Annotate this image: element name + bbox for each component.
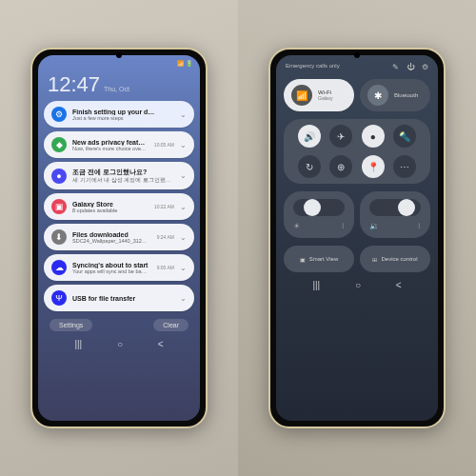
qs-toggle[interactable]: 📍 xyxy=(362,155,385,178)
back-icon: < xyxy=(396,280,402,290)
qs-tile-wi-fi[interactable]: 📶Wi-FiGalaxy xyxy=(284,79,354,111)
notification-card[interactable]: ◆ New ads privacy featur…Now, there's mo… xyxy=(44,131,194,158)
notification-card[interactable]: Ψ USB for file transfer ⌄ xyxy=(44,285,194,311)
qs-wide-smart-view[interactable]: ▣Smart View xyxy=(284,246,354,272)
volume-slider[interactable]: 🔉⁝ xyxy=(360,191,430,238)
edit-icon[interactable]: ✎ xyxy=(392,63,399,71)
notification-list: ⚙ Finish setting up your d…Just a few mo… xyxy=(38,99,200,313)
lock-clock: 12:47 Thu, Oct xyxy=(38,70,200,99)
qs-toggle[interactable]: ⊕ xyxy=(329,155,352,178)
notif-settings-button[interactable]: Settings xyxy=(50,319,92,331)
notification-card[interactable]: ⬇ Files downloadedSDC24_Wallpaper_1440_3… xyxy=(44,224,194,250)
notification-card[interactable]: ▣ Galaxy Store8 updates available 10:22 … xyxy=(44,193,194,220)
chevron-down-icon: ⌄ xyxy=(180,294,187,303)
recents-icon: ||| xyxy=(74,339,82,349)
app-icon: ● xyxy=(51,169,67,184)
chevron-down-icon: ⌄ xyxy=(180,203,187,211)
recents-icon: ||| xyxy=(312,280,320,290)
app-icon: ▣ xyxy=(51,199,67,214)
app-icon: ☁ xyxy=(51,260,67,275)
brightness-slider[interactable]: ☀⁝ xyxy=(284,191,354,238)
nav-bar[interactable]: ||| ○ < xyxy=(276,276,438,293)
qs-toggle[interactable]: ⋯ xyxy=(393,155,416,178)
app-icon: ⚙ xyxy=(51,107,67,122)
qs-toggle[interactable]: ↻ xyxy=(298,155,321,178)
chevron-down-icon: ⌄ xyxy=(180,264,187,272)
chevron-down-icon: ⌄ xyxy=(180,233,187,242)
qs-header: Emergency calls only ✎ ⏻ ⚙ xyxy=(276,55,438,75)
back-icon: < xyxy=(158,339,164,349)
qs-tile-bluetooth[interactable]: ✱Bluetooth xyxy=(360,79,430,111)
chevron-down-icon: ⌄ xyxy=(180,110,187,119)
app-icon: Ψ xyxy=(51,290,67,306)
app-icon: ◆ xyxy=(51,137,67,152)
power-icon[interactable]: ⏻ xyxy=(407,63,414,71)
qs-toggle[interactable]: ✈ xyxy=(329,125,352,148)
brightness-icon: ☀ xyxy=(293,222,300,230)
front-camera xyxy=(354,52,360,58)
volume-icon: 🔉 xyxy=(369,222,379,230)
phone-right: Emergency calls only ✎ ⏻ ⚙ 📶Wi-FiGalaxy✱… xyxy=(268,48,446,428)
qs-toggle[interactable]: ● xyxy=(362,125,385,148)
front-camera xyxy=(116,52,122,58)
quick-settings-grid: 🔊✈●🔦↻⊕📍⋯ xyxy=(284,119,430,184)
phone-left: 📶 🔋 12:47 Thu, Oct ⚙ Finish setting up y… xyxy=(30,48,208,428)
clear-button[interactable]: Clear xyxy=(153,319,188,331)
notification-card[interactable]: ☁ Syncing's about to startYour apps will… xyxy=(44,254,194,281)
home-icon: ○ xyxy=(117,339,123,349)
nav-bar[interactable]: ||| ○ < xyxy=(38,335,200,352)
qs-toggle[interactable]: 🔦 xyxy=(393,125,416,148)
app-icon: ⬇ xyxy=(51,229,67,245)
notification-card[interactable]: ● 조금 전에 로그인했나요?새 기기에서 내 삼성 계정에 로그인했습니… ⌄ xyxy=(44,162,194,189)
qs-wide-device-control[interactable]: ⊞Device control xyxy=(360,246,430,272)
settings-icon[interactable]: ⚙ xyxy=(422,63,428,71)
qs-toggle[interactable]: 🔊 xyxy=(298,125,321,148)
notification-card[interactable]: ⚙ Finish setting up your d…Just a few mo… xyxy=(44,101,194,128)
chevron-down-icon: ⌄ xyxy=(180,141,187,149)
home-icon: ○ xyxy=(355,280,361,290)
chevron-down-icon: ⌄ xyxy=(180,171,187,180)
